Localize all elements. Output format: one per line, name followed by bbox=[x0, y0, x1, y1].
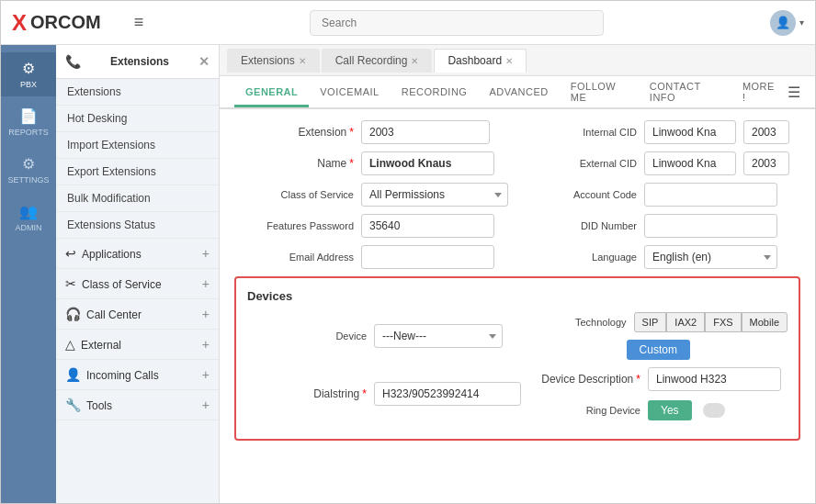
internal-cid-input2[interactable] bbox=[743, 120, 789, 144]
name-input[interactable] bbox=[361, 151, 494, 175]
features-row: Features Password DID Number bbox=[234, 214, 800, 238]
search-input[interactable] bbox=[310, 10, 604, 36]
account-code-label: Account Code bbox=[517, 189, 637, 200]
tab-call-recording[interactable]: Call Recording ✕ bbox=[322, 49, 433, 73]
primary-sidebar: ⚙ PBX 📄 REPORTS ⚙ SETTINGS 👥 ADMIN bbox=[1, 45, 56, 503]
sidebar-item-settings[interactable]: ⚙ SETTINGS bbox=[1, 148, 56, 192]
dialstring-row: Dialstring * Device Description * Ring D… bbox=[247, 367, 788, 420]
yes-button[interactable]: Yes bbox=[648, 400, 692, 420]
features-pwd-input[interactable] bbox=[361, 214, 494, 238]
dialstring-input[interactable] bbox=[374, 382, 521, 406]
extension-input[interactable] bbox=[361, 120, 490, 144]
tech-btn-iax2[interactable]: IAX2 bbox=[666, 312, 705, 332]
tab-label: Call Recording bbox=[335, 54, 408, 67]
call-center-icon: 🎧 bbox=[65, 307, 81, 321]
toggle-off[interactable] bbox=[703, 403, 725, 418]
form-tab-more[interactable]: MORE ! bbox=[731, 73, 788, 113]
menu-section-cos[interactable]: ✂Class of Service + bbox=[56, 269, 219, 299]
menu-item-hot-desking[interactable]: Hot Desking bbox=[56, 106, 219, 132]
main-area: ⚙ PBX 📄 REPORTS ⚙ SETTINGS 👥 ADMIN 📞 Ext… bbox=[1, 45, 815, 503]
secondary-sidebar: 📞 Extensions ✕ Extensions Hot Desking Im… bbox=[56, 45, 220, 503]
content-area: Extensions ✕ Call Recording ✕ Dashboard … bbox=[220, 45, 815, 503]
name-row: Name * External CID bbox=[234, 151, 800, 175]
menu-section-call-center[interactable]: 🎧Call Center + bbox=[56, 299, 219, 330]
plus-icon: + bbox=[202, 246, 210, 261]
tab-extensions[interactable]: Extensions ✕ bbox=[227, 49, 320, 73]
cos-label: Class of Service bbox=[234, 189, 354, 200]
form-tabs: GENERAL VOICEMAIL RECORDING ADVANCED FOL… bbox=[220, 76, 815, 109]
form-tab-follow-me[interactable]: FOLLOW ME bbox=[560, 73, 639, 113]
plus-icon: + bbox=[202, 307, 210, 321]
account-code-input[interactable] bbox=[644, 183, 777, 207]
secondary-sidebar-title: Extensions bbox=[110, 55, 169, 68]
section-label: Class of Service bbox=[82, 278, 162, 291]
internal-cid-label: Internal CID bbox=[517, 127, 637, 138]
sidebar-item-label: REPORTS bbox=[8, 128, 48, 137]
menu-item-export-extensions[interactable]: Export Extensions bbox=[56, 159, 219, 185]
form-tab-contact-info[interactable]: CONTACT INFO bbox=[639, 73, 731, 113]
tab-dashboard[interactable]: Dashboard ✕ bbox=[434, 49, 527, 73]
list-icon[interactable]: ☰ bbox=[788, 84, 800, 101]
technology-col: Technology SIP IAX2 FXS Mobile Custom bbox=[507, 312, 788, 360]
external-cid-input2[interactable] bbox=[743, 151, 789, 175]
cos-icon: ✂ bbox=[65, 276, 76, 291]
secondary-sidebar-header: 📞 Extensions ✕ bbox=[56, 45, 219, 79]
device-label: Device bbox=[247, 330, 367, 342]
menu-section-tools[interactable]: 🔧Tools + bbox=[56, 390, 219, 420]
did-col: DID Number bbox=[517, 214, 800, 238]
form-tab-advanced[interactable]: ADVANCED bbox=[478, 79, 559, 107]
email-input[interactable] bbox=[361, 245, 494, 269]
user-dropdown[interactable]: 👤 ▾ bbox=[770, 10, 804, 36]
tech-btn-mobile[interactable]: Mobile bbox=[742, 312, 788, 332]
sidebar-item-reports[interactable]: 📄 REPORTS bbox=[1, 100, 56, 144]
extension-row: Extension * Internal CID bbox=[234, 120, 800, 144]
name-col: Name * bbox=[234, 151, 517, 175]
external-cid-input1[interactable] bbox=[644, 151, 736, 175]
form-tab-general[interactable]: GENERAL bbox=[234, 79, 309, 107]
cos-row: Class of Service All Permissions Account… bbox=[234, 183, 800, 207]
menu-item-bulk-modification[interactable]: Bulk Modification bbox=[56, 185, 219, 212]
cos-col: Class of Service All Permissions bbox=[234, 183, 517, 207]
sidebar-item-admin[interactable]: 👥 ADMIN bbox=[1, 196, 56, 240]
device-select[interactable]: ---New--- bbox=[374, 324, 503, 348]
sidebar-item-label: SETTINGS bbox=[7, 175, 49, 185]
plus-icon: + bbox=[202, 337, 210, 352]
did-number-label: DID Number bbox=[517, 220, 637, 231]
external-icon: △ bbox=[65, 337, 75, 352]
form-tab-voicemail[interactable]: VOICEMAIL bbox=[309, 79, 390, 107]
tech-btn-fxs[interactable]: FXS bbox=[705, 312, 741, 332]
tech-btn-sip[interactable]: SIP bbox=[634, 312, 667, 332]
sidebar-item-pbx[interactable]: ⚙ PBX bbox=[1, 52, 56, 96]
admin-icon: 👥 bbox=[19, 203, 38, 220]
menu-item-extensions[interactable]: Extensions bbox=[56, 79, 219, 106]
ring-device-label: Ring Device bbox=[521, 405, 640, 416]
external-cid-col: External CID bbox=[517, 151, 800, 175]
form-tab-recording[interactable]: RECORDING bbox=[391, 79, 479, 107]
menu-section-applications[interactable]: ↩Applications + bbox=[56, 239, 219, 269]
email-col: Email Address bbox=[234, 245, 517, 269]
settings-icon: ⚙ bbox=[22, 155, 35, 173]
did-number-input[interactable] bbox=[644, 214, 777, 238]
tab-close-icon[interactable]: ✕ bbox=[299, 56, 306, 66]
menu-item-import-extensions[interactable]: Import Extensions bbox=[56, 132, 219, 159]
features-col: Features Password bbox=[234, 214, 517, 238]
menu-section-incoming-calls[interactable]: 👤Incoming Calls + bbox=[56, 360, 219, 390]
menu-section-external[interactable]: △External + bbox=[56, 330, 219, 360]
form-content: Extension * Internal CID Name * bbox=[220, 109, 815, 503]
custom-button[interactable]: Custom bbox=[627, 340, 690, 360]
hamburger-icon[interactable]: ≡ bbox=[134, 13, 144, 32]
search-bar bbox=[310, 10, 604, 36]
device-desc-label: Device Description * bbox=[521, 373, 640, 386]
sidebar-item-label: ADMIN bbox=[16, 223, 42, 232]
tab-close-icon[interactable]: ✕ bbox=[411, 56, 418, 66]
logo-x: X bbox=[12, 10, 27, 36]
menu-item-extensions-status[interactable]: Extensions Status bbox=[56, 212, 219, 239]
cos-select[interactable]: All Permissions bbox=[361, 183, 508, 207]
close-icon[interactable]: ✕ bbox=[198, 54, 210, 69]
extension-label: Extension * bbox=[234, 126, 354, 139]
tab-close-icon[interactable]: ✕ bbox=[505, 56, 513, 66]
device-desc-input[interactable] bbox=[648, 367, 781, 391]
dialstring-label: Dialstring * bbox=[247, 387, 367, 400]
language-select[interactable]: English (en) bbox=[644, 245, 777, 269]
internal-cid-input1[interactable] bbox=[644, 120, 736, 144]
